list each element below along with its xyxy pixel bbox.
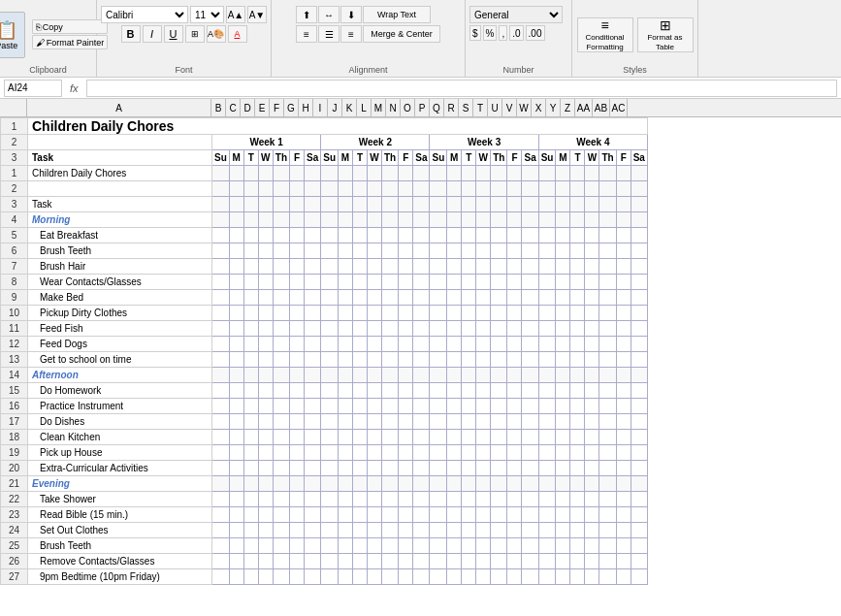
day-cell[interactable] [382, 368, 399, 383]
day-cell[interactable] [447, 476, 462, 492]
day-cell[interactable] [447, 569, 462, 585]
day-cell[interactable] [229, 228, 243, 243]
day-cell[interactable] [399, 275, 413, 290]
day-cell[interactable] [491, 507, 507, 523]
day-cell[interactable] [339, 321, 353, 337]
day-cell[interactable] [616, 430, 631, 445]
wrap-text-button[interactable]: Wrap Text [363, 6, 431, 23]
day-cell[interactable] [229, 259, 243, 275]
day-cell[interactable] [507, 507, 522, 523]
task-cell[interactable]: Pick up House [28, 445, 212, 461]
day-cell[interactable] [321, 445, 339, 461]
increase-decimal-button[interactable]: .0 [509, 25, 523, 41]
day-cell[interactable] [522, 414, 538, 430]
day-cell[interactable] [476, 259, 491, 275]
day-cell[interactable] [585, 569, 599, 585]
day-cell[interactable] [382, 523, 399, 538]
day-cell[interactable] [491, 337, 507, 352]
day-cell[interactable] [599, 352, 616, 368]
day-cell[interactable] [353, 197, 368, 212]
col-header-t[interactable]: T [473, 99, 488, 116]
day-cell[interactable] [476, 523, 491, 538]
day-cell[interactable] [413, 507, 430, 523]
day-cell[interactable] [273, 228, 289, 243]
day-cell[interactable] [570, 212, 585, 228]
day-cell[interactable] [430, 430, 447, 445]
day-cell[interactable] [447, 259, 462, 275]
day-cell[interactable] [616, 554, 631, 569]
day-cell[interactable] [507, 166, 522, 181]
day-cell[interactable] [399, 538, 413, 554]
day-cell[interactable] [212, 197, 230, 212]
day-cell[interactable] [229, 306, 243, 321]
day-cell[interactable] [229, 197, 243, 212]
day-cell[interactable] [616, 352, 631, 368]
day-cell[interactable] [430, 538, 447, 554]
day-cell[interactable] [399, 430, 413, 445]
day-cell[interactable] [243, 383, 258, 399]
day-cell[interactable] [273, 461, 289, 476]
day-cell[interactable] [476, 492, 491, 507]
day-cell[interactable] [616, 197, 631, 212]
day-cell[interactable] [430, 228, 447, 243]
day-cell[interactable] [305, 228, 321, 243]
day-cell[interactable] [368, 430, 382, 445]
day-cell[interactable] [413, 476, 430, 492]
day-cell[interactable] [631, 228, 647, 243]
day-cell[interactable] [353, 523, 368, 538]
task-cell[interactable]: Take Shower [28, 492, 212, 507]
day-cell[interactable] [491, 243, 507, 259]
day-cell[interactable] [476, 243, 491, 259]
day-cell[interactable] [413, 523, 430, 538]
day-cell[interactable] [258, 181, 273, 197]
day-cell[interactable] [570, 569, 585, 585]
day-cell[interactable] [507, 259, 522, 275]
day-cell[interactable] [522, 275, 538, 290]
day-cell[interactable] [430, 181, 447, 197]
day-cell[interactable] [522, 492, 538, 507]
day-cell[interactable] [321, 461, 339, 476]
day-cell[interactable] [212, 228, 230, 243]
day-cell[interactable] [243, 197, 258, 212]
day-cell[interactable] [413, 445, 430, 461]
day-cell[interactable] [290, 492, 305, 507]
day-cell[interactable] [368, 445, 382, 461]
increase-font-button[interactable]: A▲ [226, 6, 245, 23]
day-cell[interactable] [305, 259, 321, 275]
day-cell[interactable] [462, 166, 476, 181]
day-cell[interactable] [522, 337, 538, 352]
task-cell[interactable] [28, 181, 212, 197]
day-cell[interactable] [616, 569, 631, 585]
day-cell[interactable] [212, 243, 230, 259]
day-cell[interactable] [447, 228, 462, 243]
day-cell[interactable] [353, 166, 368, 181]
day-cell[interactable] [339, 507, 353, 523]
day-cell[interactable] [462, 554, 476, 569]
day-cell[interactable] [368, 569, 382, 585]
day-cell[interactable] [447, 383, 462, 399]
day-cell[interactable] [599, 538, 616, 554]
day-cell[interactable] [462, 243, 476, 259]
day-cell[interactable] [229, 166, 243, 181]
day-cell[interactable] [491, 212, 507, 228]
day-cell[interactable] [290, 399, 305, 414]
day-cell[interactable] [382, 243, 399, 259]
day-cell[interactable] [631, 197, 647, 212]
day-cell[interactable] [599, 290, 616, 306]
day-cell[interactable] [556, 430, 570, 445]
day-cell[interactable] [399, 368, 413, 383]
day-cell[interactable] [507, 399, 522, 414]
decrease-font-button[interactable]: A▼ [247, 6, 267, 23]
day-cell[interactable] [368, 337, 382, 352]
day-cell[interactable] [491, 259, 507, 275]
day-cell[interactable] [290, 352, 305, 368]
day-cell[interactable] [399, 306, 413, 321]
day-cell[interactable] [538, 166, 556, 181]
day-cell[interactable] [321, 212, 339, 228]
day-cell[interactable] [243, 554, 258, 569]
day-cell[interactable] [273, 554, 289, 569]
day-cell[interactable] [616, 461, 631, 476]
task-cell[interactable]: Children Daily Chores [28, 166, 212, 181]
day-cell[interactable] [243, 523, 258, 538]
day-cell[interactable] [305, 538, 321, 554]
